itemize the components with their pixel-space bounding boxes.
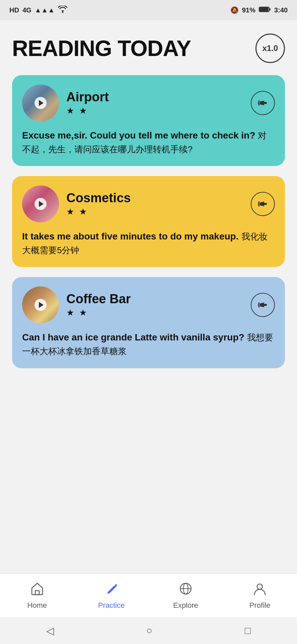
card-airport[interactable]: Airport ★ ★ Excuse me,sir. Could you tel…	[12, 75, 285, 166]
card-title-cosmetics: Cosmetics	[66, 191, 131, 205]
thumbnail-airport[interactable]	[22, 85, 59, 121]
status-right: 🔕 91% 3:40	[230, 6, 288, 14]
card-text-airport: Excuse me,sir. Could you tell me where t…	[22, 129, 275, 156]
battery-icon	[259, 6, 271, 14]
explore-label: Explore	[173, 601, 198, 610]
profile-icon	[252, 581, 267, 599]
system-nav: ◁ ○ □	[0, 617, 297, 644]
card-header-left-coffeebar: Coffee Bar ★ ★	[22, 286, 131, 323]
main-content: READING TODAY x1.0 Airport ★ ★	[0, 20, 297, 574]
nav-item-explore[interactable]: Explore	[169, 581, 202, 610]
bottom-nav: Home Practice Explore Profile	[0, 574, 297, 617]
home-label: Home	[27, 601, 47, 610]
card-title-coffeebar: Coffee Bar	[66, 292, 131, 306]
play-triangle-airport	[39, 100, 44, 106]
signal-icon: ▲▲▲	[35, 6, 55, 14]
status-bar: HD 4G ▲▲▲ 🔕 91% 3:40	[0, 0, 297, 20]
card-cosmetics[interactable]: Cosmetics ★ ★ It takes me about five min…	[12, 176, 285, 267]
card-text-coffeebar: Can I have an ice grande Latte with vani…	[22, 331, 275, 358]
card-title-block-coffeebar: Coffee Bar ★ ★	[66, 292, 131, 318]
practice-icon	[104, 581, 119, 599]
card-header-coffeebar: Coffee Bar ★ ★	[22, 286, 275, 323]
svg-point-0	[62, 12, 63, 13]
card-header-airport: Airport ★ ★	[22, 85, 275, 121]
speaker-icon-airport[interactable]	[251, 91, 275, 115]
card-stars-cosmetics: ★ ★	[66, 207, 131, 217]
explore-icon	[178, 581, 193, 599]
nav-item-profile[interactable]: Profile	[243, 581, 277, 610]
card-text-cosmetics: It takes me about five minutes to do my …	[22, 230, 275, 257]
play-icon-coffeebar[interactable]	[35, 299, 47, 311]
back-button[interactable]: ◁	[46, 625, 54, 637]
recent-button[interactable]: □	[245, 625, 251, 636]
card-header-left-airport: Airport ★ ★	[22, 85, 109, 121]
cards-container: Airport ★ ★ Excuse me,sir. Could you tel…	[12, 75, 285, 368]
page-title: READING TODAY	[12, 37, 191, 59]
profile-label: Profile	[249, 601, 270, 610]
nav-item-home[interactable]: Home	[20, 581, 54, 610]
card-title-block-airport: Airport ★ ★	[66, 90, 109, 116]
card-header-left-cosmetics: Cosmetics ★ ★	[22, 185, 131, 222]
home-button[interactable]: ○	[146, 625, 152, 636]
play-icon-airport[interactable]	[35, 97, 47, 109]
card-header-cosmetics: Cosmetics ★ ★	[22, 185, 275, 222]
practice-label: Practice	[98, 601, 125, 610]
card-title-block-cosmetics: Cosmetics ★ ★	[66, 191, 131, 217]
card-title-airport: Airport	[66, 90, 109, 104]
speed-badge[interactable]: x1.0	[255, 34, 285, 63]
home-icon	[30, 581, 45, 599]
thumbnail-cosmetics[interactable]	[22, 185, 59, 222]
battery-text: 91%	[242, 6, 255, 14]
card-stars-airport: ★ ★	[66, 106, 109, 116]
card-coffeebar[interactable]: Coffee Bar ★ ★ Can I have an ice grande …	[12, 277, 285, 368]
card-stars-coffeebar: ★ ★	[66, 308, 131, 318]
speaker-icon-cosmetics[interactable]	[251, 192, 275, 216]
time-display: 3:40	[274, 6, 288, 14]
play-triangle-coffeebar	[39, 302, 44, 308]
wifi-icon	[58, 6, 67, 15]
hd-badge: HD	[9, 6, 19, 14]
thumbnail-coffeebar[interactable]	[22, 286, 59, 323]
speaker-icon-coffeebar[interactable]	[251, 293, 275, 317]
svg-rect-2	[269, 8, 271, 10]
mute-icon: 🔕	[230, 6, 239, 14]
nav-item-practice[interactable]: Practice	[95, 581, 128, 610]
svg-rect-10	[35, 591, 39, 595]
play-triangle-cosmetics	[39, 201, 44, 207]
status-left: HD 4G ▲▲▲	[9, 6, 67, 15]
header-row: READING TODAY x1.0	[12, 34, 285, 63]
network-badge: 4G	[22, 6, 32, 14]
svg-rect-3	[259, 7, 269, 11]
svg-point-14	[257, 584, 262, 589]
play-icon-cosmetics[interactable]	[35, 198, 47, 210]
